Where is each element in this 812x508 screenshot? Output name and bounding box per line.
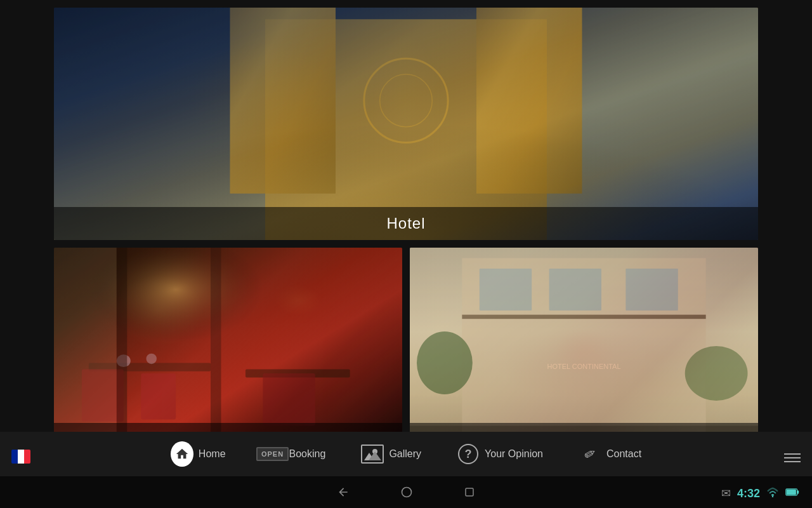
svg-rect-21 — [480, 269, 532, 311]
menu-line-1 — [784, 453, 801, 455]
battery-icon — [785, 488, 799, 499]
booking-label: Booking — [289, 448, 326, 460]
contact-label: Contact — [606, 448, 641, 460]
gallery-icon — [361, 444, 384, 464]
main-content: Hotel — [54, 0, 758, 457]
svg-text:HOTEL CONTINENTAL: HOTEL CONTINENTAL — [547, 363, 620, 370]
svg-point-27 — [685, 346, 748, 401]
gallery-mountain2 — [369, 451, 381, 460]
flag-white — [18, 450, 24, 464]
opinion-icon-wrapper: ? — [457, 443, 480, 465]
svg-rect-33 — [797, 490, 799, 493]
hero-title: Hotel — [386, 215, 425, 232]
flag-red — [24, 450, 30, 464]
menu-line-2 — [784, 457, 801, 458]
nav-home[interactable]: Home — [153, 438, 244, 471]
svg-rect-22 — [549, 269, 601, 311]
svg-point-31 — [772, 496, 773, 497]
hero-tile[interactable]: Hotel — [54, 8, 758, 240]
svg-rect-24 — [462, 315, 705, 319]
hero-label: Hotel — [54, 207, 758, 240]
svg-point-15 — [146, 354, 156, 364]
status-icons: ✉ 4:32 — [721, 486, 799, 500]
system-nav: ✉ 4:32 — [0, 476, 812, 508]
home-icon — [175, 447, 189, 461]
svg-rect-23 — [625, 269, 678, 311]
booking-icon-wrapper: OPEN — [261, 443, 284, 465]
nav-your-opinion[interactable]: ? Your Opinion — [439, 438, 561, 471]
open-sign-icon: OPEN — [256, 447, 289, 461]
question-icon: ? — [458, 444, 478, 464]
french-flag[interactable] — [11, 450, 30, 464]
svg-rect-12 — [141, 373, 176, 420]
nav-bar: Home OPEN Booking Gallery ? — [0, 432, 812, 476]
flag-blue — [11, 450, 18, 464]
bottom-tiles: Brasserie Conti — [54, 248, 758, 457]
contact-icon-wrapper: ✏ — [579, 443, 601, 465]
menu-icon[interactable] — [784, 453, 801, 462]
system-time: 4:32 — [737, 487, 760, 500]
svg-rect-13 — [263, 373, 315, 426]
wifi-icon — [766, 487, 779, 500]
home-icon-wrapper — [171, 443, 193, 465]
svg-rect-34 — [787, 490, 796, 495]
nav-contact[interactable]: ✏ Contact — [561, 438, 659, 471]
svg-point-29 — [402, 488, 412, 497]
home-circle — [171, 441, 193, 467]
nav-booking[interactable]: OPEN Booking — [244, 438, 344, 471]
home-label: Home — [199, 448, 226, 460]
back-button[interactable] — [337, 486, 350, 498]
gallery-icon-wrapper — [361, 443, 384, 465]
app-wrapper: Hotel — [0, 0, 812, 508]
gmail-icon: ✉ — [721, 486, 731, 500]
recents-button[interactable] — [464, 486, 475, 498]
menu-line-3 — [784, 461, 801, 462]
svg-rect-6 — [54, 8, 758, 240]
brasserie-tile[interactable]: Brasserie Conti — [54, 248, 402, 457]
gallery-label: Gallery — [389, 448, 421, 460]
hero-bg-image — [54, 8, 758, 240]
svg-rect-30 — [466, 488, 473, 496]
home-system-button[interactable] — [400, 486, 413, 498]
seminars-tile[interactable]: HOTEL CONTINENTAL Seminars — [410, 248, 758, 457]
your-opinion-label: Your Opinion — [485, 448, 543, 460]
svg-point-26 — [417, 331, 473, 394]
nav-gallery[interactable]: Gallery — [343, 438, 439, 471]
pencil-icon: ✏ — [581, 444, 599, 464]
